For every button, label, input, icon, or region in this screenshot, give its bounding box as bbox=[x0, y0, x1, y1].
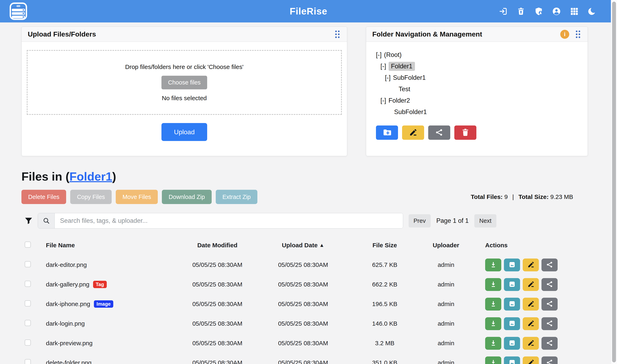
search-icon[interactable] bbox=[38, 213, 55, 228]
rename-folder-button[interactable] bbox=[402, 126, 424, 140]
create-folder-button[interactable] bbox=[376, 126, 398, 140]
dropzone[interactable]: Drop files/folders here or click 'Choose… bbox=[27, 50, 342, 115]
filter-icon[interactable] bbox=[24, 216, 33, 225]
search-input[interactable] bbox=[55, 213, 403, 228]
row-checkbox[interactable] bbox=[25, 281, 31, 287]
download-button[interactable] bbox=[485, 298, 501, 311]
tree-item-subfolder1[interactable]: SubFolder1 bbox=[366, 106, 588, 118]
col-header-file-name[interactable]: File Name bbox=[42, 242, 181, 249]
restore-trash-icon[interactable] bbox=[516, 7, 525, 16]
preview-image-button[interactable] bbox=[504, 317, 520, 330]
row-checkbox[interactable] bbox=[25, 261, 31, 267]
row-checkbox[interactable] bbox=[25, 339, 31, 346]
files-heading: Files in (Folder1) bbox=[21, 169, 588, 183]
copy-files-button[interactable]: Copy Files bbox=[70, 190, 112, 204]
share-button[interactable] bbox=[541, 317, 558, 330]
prev-page-button[interactable]: Prev bbox=[409, 214, 431, 228]
share-icon bbox=[546, 359, 554, 364]
delete-files-button[interactable]: Delete Files bbox=[21, 190, 66, 204]
download-button[interactable] bbox=[485, 356, 501, 364]
download-button[interactable] bbox=[485, 259, 501, 271]
delete-folder-button[interactable] bbox=[454, 126, 476, 140]
main-content: Upload Files/Folders Drop files/folders … bbox=[0, 26, 617, 364]
preview-image-button[interactable] bbox=[504, 298, 520, 311]
drag-handle-icon[interactable] bbox=[575, 30, 581, 39]
file-name[interactable]: dark-iphone.pngImage bbox=[42, 300, 181, 308]
tree-label[interactable]: SubFolder1 bbox=[394, 108, 427, 116]
share-folder-icon bbox=[434, 128, 444, 138]
preview-image-icon bbox=[508, 319, 516, 328]
download-zip-button[interactable]: Download Zip bbox=[162, 190, 211, 204]
upload-button[interactable]: Upload bbox=[161, 123, 207, 141]
tree-label[interactable]: Folder2 bbox=[389, 97, 410, 104]
file-action-buttons: Delete FilesCopy FilesMove FilesDownload… bbox=[21, 190, 257, 204]
logout-icon[interactable] bbox=[499, 7, 508, 16]
tree-item-root[interactable]: [-](Root) bbox=[366, 49, 588, 61]
tree-label[interactable]: SubFolder1 bbox=[393, 74, 426, 81]
row-checkbox-cell bbox=[21, 261, 42, 269]
share-folder-button[interactable] bbox=[428, 126, 450, 140]
next-page-button[interactable]: Next bbox=[474, 214, 496, 228]
col-header-upload-date[interactable]: Upload Date▲ bbox=[254, 242, 352, 249]
tree-item-subfolder1[interactable]: [-]SubFolder1 bbox=[366, 72, 588, 83]
tree-item-test[interactable]: Test bbox=[366, 83, 588, 95]
preview-image-button[interactable] bbox=[504, 356, 520, 364]
file-name[interactable]: dark-login.png bbox=[42, 320, 181, 327]
file-name[interactable]: delete-folder.png bbox=[42, 359, 181, 364]
tree-label[interactable]: (Root) bbox=[384, 51, 402, 59]
extract-zip-button[interactable]: Extract Zip bbox=[216, 190, 258, 204]
tree-toggle[interactable]: [-] bbox=[385, 74, 391, 81]
file-name[interactable]: dark-editor.png bbox=[42, 261, 181, 268]
dark-mode-moon-icon[interactable] bbox=[587, 7, 597, 16]
row-checkbox[interactable] bbox=[25, 300, 31, 306]
rename-button[interactable] bbox=[523, 356, 539, 364]
preview-image-button[interactable] bbox=[504, 259, 520, 271]
download-icon bbox=[489, 359, 497, 364]
row-checkbox-cell bbox=[21, 339, 42, 347]
admin-shield-icon[interactable] bbox=[534, 7, 543, 16]
col-header-date-modified[interactable]: Date Modified bbox=[181, 242, 254, 249]
col-header-actions[interactable]: Actions bbox=[474, 242, 588, 249]
current-folder-link[interactable]: Folder1 bbox=[69, 170, 112, 183]
folder-nav-card: Folder Navigation & Management i [-](Roo… bbox=[366, 26, 588, 156]
header-icons bbox=[499, 0, 597, 23]
share-button[interactable] bbox=[541, 278, 558, 291]
rename-button[interactable] bbox=[523, 298, 539, 311]
share-button[interactable] bbox=[541, 337, 558, 350]
tree-toggle[interactable]: [-] bbox=[381, 63, 386, 70]
rename-button[interactable] bbox=[523, 337, 539, 350]
tree-label[interactable]: Test bbox=[399, 86, 410, 93]
tree-item-folder1[interactable]: [-]Folder1 bbox=[366, 61, 588, 72]
rename-button[interactable] bbox=[523, 278, 539, 291]
apps-grid-icon[interactable] bbox=[570, 7, 579, 16]
download-button[interactable] bbox=[485, 278, 501, 291]
row-checkbox-cell bbox=[21, 281, 42, 288]
row-checkbox[interactable] bbox=[25, 359, 31, 364]
tree-toggle[interactable]: [-] bbox=[376, 51, 382, 59]
choose-files-button[interactable]: Choose files bbox=[161, 76, 207, 89]
download-button[interactable] bbox=[485, 337, 501, 350]
share-button[interactable] bbox=[541, 259, 558, 271]
share-button[interactable] bbox=[541, 298, 558, 311]
rename-button[interactable] bbox=[523, 317, 539, 330]
share-button[interactable] bbox=[541, 356, 558, 364]
preview-image-button[interactable] bbox=[504, 337, 520, 350]
account-circle-icon[interactable] bbox=[552, 7, 561, 16]
rename-button[interactable] bbox=[523, 259, 539, 271]
drag-handle-icon[interactable] bbox=[334, 30, 341, 39]
preview-image-button[interactable] bbox=[504, 278, 520, 291]
move-files-button[interactable]: Move Files bbox=[116, 190, 158, 204]
tree-toggle[interactable]: [-] bbox=[381, 97, 386, 104]
file-name[interactable]: dark-gallery.pngTag bbox=[42, 281, 181, 288]
col-header-file-size[interactable]: File Size bbox=[352, 242, 417, 249]
tree-label[interactable]: Folder1 bbox=[389, 62, 415, 71]
row-checkbox[interactable] bbox=[25, 320, 31, 326]
download-button[interactable] bbox=[485, 317, 501, 330]
select-all-checkbox[interactable] bbox=[25, 242, 31, 248]
tree-item-folder2[interactable]: [-]Folder2 bbox=[366, 95, 588, 106]
col-header-uploader[interactable]: Uploader bbox=[417, 242, 474, 249]
scrollbar[interactable] bbox=[611, 0, 617, 364]
file-name[interactable]: dark-preview.png bbox=[42, 340, 181, 347]
scrollbar-thumb[interactable] bbox=[612, 2, 616, 362]
info-icon[interactable]: i bbox=[560, 30, 569, 39]
